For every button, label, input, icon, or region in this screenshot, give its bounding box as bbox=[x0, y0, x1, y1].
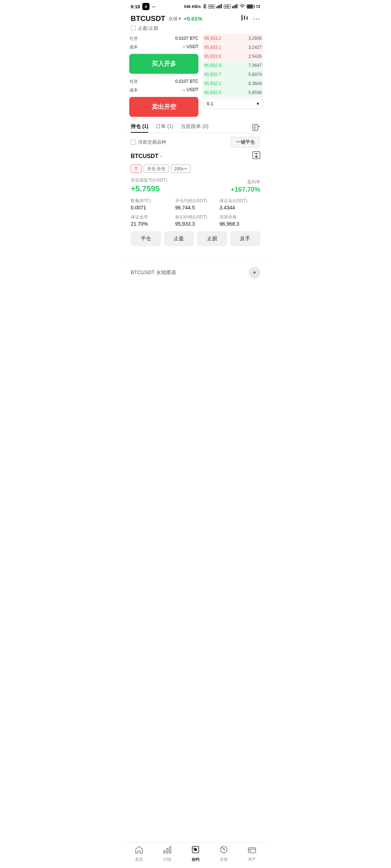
contract-type[interactable]: 永续 ▾ bbox=[168, 16, 181, 22]
chevron-down-icon: ▾ bbox=[178, 16, 181, 21]
margin-value: 3.4344 bbox=[219, 205, 260, 210]
svg-rect-5 bbox=[234, 5, 235, 8]
ob-row-6[interactable]: 95,932.0 5.8536 bbox=[203, 88, 263, 97]
main-trading-area: 可开 0.0107 BTC 成本 -- USDT 买入开多 可开 0.0107 … bbox=[125, 34, 266, 120]
scroll-top-button[interactable] bbox=[249, 267, 260, 278]
leverage-tag[interactable]: 200x ✏ bbox=[171, 165, 190, 173]
svg-rect-16 bbox=[245, 19, 245, 20]
status-dots: ··· bbox=[152, 4, 156, 9]
holdings-filter: 当前交易品种 一键平仓 bbox=[125, 133, 266, 151]
svg-rect-19 bbox=[247, 19, 248, 20]
header-icons: ··· bbox=[241, 14, 260, 23]
action-buttons: 平仓 止盈 止损 反手 bbox=[131, 231, 260, 246]
cost-long-value: -- USDT bbox=[182, 44, 198, 50]
sell-open-short-button[interactable]: 卖出开空 bbox=[129, 97, 198, 117]
direction-tag: 空 bbox=[131, 165, 142, 173]
svg-rect-18 bbox=[247, 16, 248, 17]
available-long-value: 0.0107 BTC bbox=[175, 36, 198, 42]
long-cost-row: 成本 -- USDT bbox=[129, 44, 198, 50]
svg-rect-1 bbox=[218, 5, 219, 8]
profit-rate-label: 盈利率 bbox=[231, 179, 260, 185]
stop-loss-row: 止盈/止损 bbox=[125, 24, 266, 34]
unrealized-pnl-label: 未实现盈亏(USDT) bbox=[131, 177, 167, 183]
margin-item: 保证金(USDT) 3.4344 bbox=[219, 198, 260, 210]
svg-rect-9 bbox=[254, 6, 255, 8]
mark-price-item: 标记价格(USDT) 95,933.3 bbox=[175, 214, 216, 227]
svg-rect-7 bbox=[236, 4, 237, 8]
svg-rect-11 bbox=[241, 15, 243, 20]
svg-rect-15 bbox=[245, 15, 245, 16]
export-icon[interactable] bbox=[252, 151, 260, 161]
entry-price-value: 96,744.5 bbox=[175, 205, 216, 210]
available-short-value: 0.0107 BTC bbox=[175, 79, 198, 85]
position-symbol[interactable]: BTCUSDT bbox=[131, 153, 158, 159]
buy-open-long-button[interactable]: 买入开多 bbox=[129, 54, 198, 74]
tab-current-follow[interactable]: 当前跟单 (0) bbox=[181, 123, 209, 133]
short-cost-row: 成本 -- USDT bbox=[129, 87, 198, 93]
ob-row-3[interactable]: 95,932.9 7.3647 bbox=[203, 61, 263, 70]
tab-extra-icon[interactable] bbox=[252, 124, 260, 132]
tiktok-icon: d bbox=[142, 3, 150, 10]
signal2-icon bbox=[232, 4, 238, 9]
stop-loss-label: 止盈/止损 bbox=[138, 25, 158, 31]
edit-icon: ✏ bbox=[184, 167, 187, 171]
long-available-row: 可开 0.0107 BTC bbox=[129, 36, 198, 42]
available-short-label: 可开 bbox=[129, 79, 138, 85]
reverse-button[interactable]: 反手 bbox=[230, 231, 261, 246]
cost-long-label: 成本 bbox=[129, 44, 138, 50]
cost-short-label: 成本 bbox=[129, 87, 138, 93]
take-profit-button[interactable]: 止盈 bbox=[164, 231, 194, 246]
chevron-down-icon2: ▾ bbox=[257, 101, 259, 106]
position-arrow-icon[interactable]: › bbox=[160, 153, 162, 159]
tab-holdings[interactable]: 持仓 (1) bbox=[131, 123, 148, 133]
entry-price-item: 开仓均价(USDT) 96,744.5 bbox=[175, 198, 216, 210]
symbol-title[interactable]: BTCUSDT bbox=[131, 14, 165, 23]
svg-rect-4 bbox=[232, 6, 233, 8]
trade-panel: 可开 0.0107 BTC 成本 -- USDT 买入开多 可开 0.0107 … bbox=[125, 34, 203, 120]
status-bar: 9:18 d ··· 546 KB/s HD HD bbox=[125, 0, 266, 12]
position-card: BTCUSDT › 空 全仓 合仓 200x ✏ 未实现盈亏(USDT) bbox=[131, 151, 260, 246]
size-mode-tag: 全仓 合仓 bbox=[144, 165, 169, 173]
stop-loss-checkbox[interactable] bbox=[131, 26, 136, 31]
candle-chart-icon[interactable] bbox=[241, 14, 249, 23]
more-icon[interactable]: ··· bbox=[253, 14, 260, 23]
unrealized-pnl-value: +5.7595 bbox=[131, 184, 167, 193]
chart-section: BTCUSDT 永续图表 bbox=[125, 261, 266, 284]
svg-rect-6 bbox=[235, 5, 236, 8]
ob-row-2[interactable]: 95,933.0 2.5426 bbox=[203, 52, 263, 61]
flat-button[interactable]: 平仓 bbox=[131, 231, 161, 246]
status-time: 9:18 bbox=[131, 4, 140, 9]
filter-label: 当前交易品种 bbox=[138, 139, 166, 145]
bluetooth-icon bbox=[202, 4, 207, 9]
ob-row-1[interactable]: 95,933.1 3.2427 bbox=[203, 43, 263, 52]
wifi-icon bbox=[239, 4, 245, 9]
ob-row-5[interactable]: 95,932.2 8.3604 bbox=[203, 79, 263, 88]
ob-row-0[interactable]: 95,933.2 3.2936 bbox=[203, 34, 263, 43]
ob-size-dropdown[interactable]: 0.1 ▾ bbox=[203, 98, 263, 109]
svg-rect-14 bbox=[244, 16, 245, 20]
filter-checkbox[interactable] bbox=[131, 140, 136, 145]
pnl-row: 未实现盈亏(USDT) +5.7595 盈利率 +167.70% bbox=[131, 177, 260, 193]
battery-icon: 72 bbox=[247, 4, 260, 9]
hd-badge2: HD bbox=[224, 4, 231, 9]
stop-loss-button[interactable]: 止损 bbox=[197, 231, 227, 246]
order-book: 95,933.2 3.2936 95,933.1 3.2427 95,933.0… bbox=[203, 34, 266, 120]
liq-price-item: 清算价格 96,968.3 bbox=[219, 214, 260, 227]
profit-rate-value: +167.70% bbox=[231, 186, 260, 193]
header: BTCUSDT 永续 ▾ +5.01% ··· bbox=[125, 12, 266, 24]
liq-price-value: 96,968.3 bbox=[219, 221, 260, 227]
svg-rect-23 bbox=[254, 129, 256, 129]
svg-rect-17 bbox=[247, 17, 248, 20]
ob-row-4[interactable]: 95,932.7 5.8074 bbox=[203, 70, 263, 79]
signal-icon bbox=[216, 4, 222, 9]
margin-rate-value: 21.70% bbox=[131, 221, 172, 227]
svg-rect-12 bbox=[242, 14, 243, 16]
position-header: BTCUSDT › bbox=[131, 151, 260, 161]
tab-orders[interactable]: 订单 (1) bbox=[156, 123, 173, 133]
svg-rect-21 bbox=[254, 126, 256, 127]
quantity-value: 0.0071 bbox=[131, 205, 172, 210]
one-click-close-button[interactable]: 一键平仓 bbox=[231, 137, 260, 148]
available-long-label: 可开 bbox=[129, 36, 138, 42]
status-right: 546 KB/s HD HD bbox=[184, 4, 260, 9]
svg-rect-22 bbox=[254, 127, 256, 128]
